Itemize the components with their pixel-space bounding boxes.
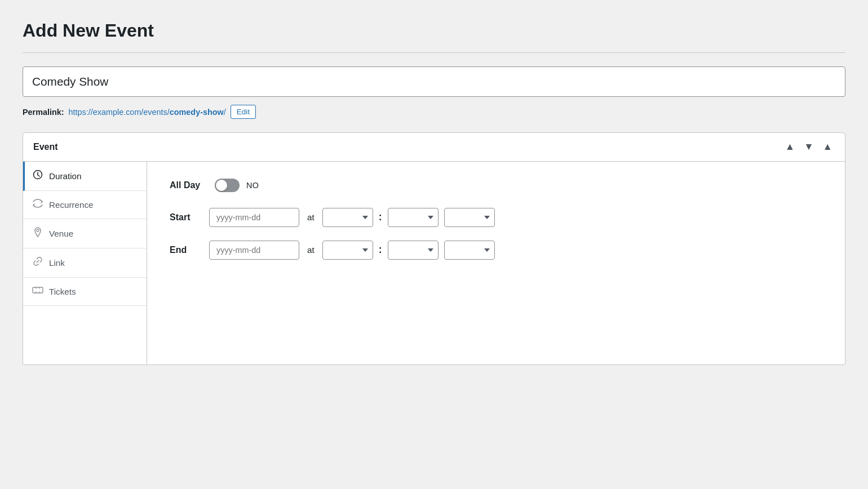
permalink-label: Permalink: xyxy=(23,108,64,117)
all-day-label: All Day xyxy=(170,180,203,190)
end-colon: : xyxy=(379,244,382,256)
duration-content: All Day NO Start at xyxy=(147,162,845,364)
end-row: End at : xyxy=(170,241,822,260)
end-label: End xyxy=(170,245,203,255)
end-at-text: at xyxy=(307,245,315,255)
start-ampm-select[interactable] xyxy=(444,208,495,227)
start-colon: : xyxy=(379,211,382,223)
link-icon xyxy=(32,256,43,269)
permalink-edit-button[interactable]: Edit xyxy=(231,105,256,119)
start-at-text: at xyxy=(307,212,315,222)
panel-sidebar: Duration Recurrence xyxy=(23,162,147,364)
event-title-input[interactable] xyxy=(23,66,845,97)
page-wrapper: Add New Event Permalink: https://example… xyxy=(0,0,868,489)
all-day-toggle-wrapper: NO xyxy=(215,179,259,192)
page-title: Add New Event xyxy=(23,17,845,41)
svg-line-2 xyxy=(38,175,39,176)
permalink-link[interactable]: https://example.com/events/comedy-show/ xyxy=(69,108,226,117)
start-row: Start at : xyxy=(170,208,822,227)
sidebar-recurrence-label: Recurrence xyxy=(49,200,94,210)
toggle-state-label: NO xyxy=(246,181,259,190)
all-day-row: All Day NO xyxy=(170,179,822,192)
panel-controls: ▲ ▼ ▲ xyxy=(783,141,835,153)
panel-header: Event ▲ ▼ ▲ xyxy=(23,133,845,162)
toggle-thumb xyxy=(216,180,227,191)
sidebar-item-recurrence[interactable]: Recurrence xyxy=(23,191,147,219)
panel-move-up-button[interactable]: ▲ xyxy=(783,141,797,153)
panel-move-down-button[interactable]: ▼ xyxy=(801,141,816,153)
end-ampm-select[interactable] xyxy=(444,241,495,260)
sidebar-item-tickets[interactable]: Tickets xyxy=(23,278,147,306)
start-date-input[interactable] xyxy=(209,208,299,227)
sidebar-venue-label: Venue xyxy=(49,229,73,238)
sidebar-duration-label: Duration xyxy=(49,171,81,181)
all-day-toggle[interactable] xyxy=(215,179,240,192)
end-hour-select[interactable] xyxy=(322,241,373,260)
recurrence-icon xyxy=(32,199,43,211)
event-panel: Event ▲ ▼ ▲ xyxy=(23,132,845,365)
pin-icon xyxy=(32,227,43,240)
clock-icon xyxy=(32,170,43,183)
start-label: Start xyxy=(170,212,203,223)
start-hour-select[interactable] xyxy=(322,208,373,227)
sidebar-item-link[interactable]: Link xyxy=(23,248,147,278)
tickets-icon xyxy=(32,286,43,297)
end-date-input[interactable] xyxy=(209,241,299,260)
panel-title: Event xyxy=(33,142,58,152)
sidebar-item-venue[interactable]: Venue xyxy=(23,219,147,248)
sidebar-link-label: Link xyxy=(49,258,65,268)
end-minute-select[interactable] xyxy=(388,241,439,260)
permalink-row: Permalink: https://example.com/events/co… xyxy=(23,105,845,119)
svg-point-3 xyxy=(37,229,39,232)
toggle-track xyxy=(215,179,240,192)
panel-collapse-button[interactable]: ▲ xyxy=(821,141,835,153)
sidebar-item-duration[interactable]: Duration xyxy=(23,162,147,191)
svg-rect-4 xyxy=(33,287,43,293)
start-minute-select[interactable] xyxy=(388,208,439,227)
title-divider xyxy=(23,52,845,53)
panel-body: Duration Recurrence xyxy=(23,162,845,364)
sidebar-tickets-label: Tickets xyxy=(49,287,76,296)
